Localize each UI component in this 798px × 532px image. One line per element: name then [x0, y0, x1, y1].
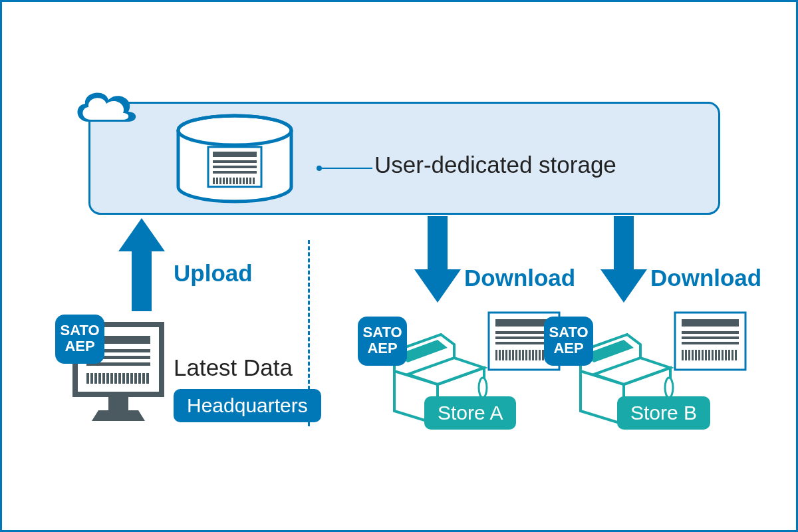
- download-arrow-icon: [414, 216, 461, 303]
- download-label-2: Download: [650, 265, 761, 291]
- svg-rect-63: [535, 350, 537, 360]
- svg-rect-87: [728, 350, 730, 360]
- svg-rect-13: [233, 178, 235, 184]
- svg-point-44: [479, 378, 487, 398]
- headquarters-badge: Headquarters: [174, 389, 321, 422]
- svg-rect-33: [106, 373, 109, 384]
- svg-rect-51: [495, 350, 497, 360]
- leader-line: [316, 165, 376, 172]
- sato-aep-badge: SATOAEP: [55, 315, 104, 364]
- svg-rect-30: [94, 373, 97, 384]
- svg-rect-8: [216, 178, 218, 184]
- svg-rect-89: [735, 350, 737, 360]
- svg-rect-79: [702, 350, 704, 360]
- svg-rect-82: [712, 350, 714, 360]
- svg-rect-78: [698, 350, 700, 360]
- sato-aep-badge: SATOAEP: [544, 317, 593, 366]
- storage-label: User-dedicated storage: [374, 152, 616, 178]
- svg-rect-88: [732, 350, 733, 360]
- sato-aep-badge: SATOAEP: [358, 317, 407, 366]
- svg-rect-36: [118, 373, 121, 384]
- svg-rect-69: [682, 319, 739, 327]
- svg-rect-35: [114, 373, 117, 384]
- svg-rect-39: [130, 373, 133, 384]
- svg-rect-10: [223, 178, 225, 184]
- svg-rect-34: [110, 373, 113, 384]
- svg-rect-3: [213, 152, 257, 157]
- svg-rect-28: [86, 373, 89, 384]
- svg-rect-41: [138, 373, 141, 384]
- svg-rect-9: [219, 178, 221, 184]
- svg-rect-5: [213, 166, 257, 168]
- svg-rect-85: [722, 350, 724, 360]
- database-cylinder-icon: [175, 114, 295, 207]
- svg-rect-62: [532, 350, 534, 360]
- upload-arrow-icon: [118, 218, 165, 311]
- diagram-container: User-dedicated storage Upload Download D…: [0, 0, 798, 532]
- svg-rect-57: [515, 350, 517, 360]
- svg-rect-19: [253, 178, 255, 184]
- svg-rect-81: [708, 350, 710, 360]
- svg-rect-59: [522, 350, 524, 360]
- svg-rect-56: [512, 350, 514, 360]
- cloud-icon: [68, 85, 142, 135]
- store-a-badge: Store A: [424, 396, 516, 430]
- svg-rect-72: [682, 342, 739, 344]
- latest-data-label: Latest Data: [174, 354, 293, 381]
- svg-rect-55: [509, 350, 511, 360]
- svg-rect-7: [213, 178, 215, 184]
- svg-rect-61: [529, 350, 531, 360]
- svg-rect-75: [688, 350, 690, 360]
- download-label-1: Download: [464, 265, 575, 291]
- svg-rect-23: [108, 396, 128, 410]
- svg-rect-58: [519, 350, 521, 360]
- download-arrow-icon: [600, 216, 647, 303]
- svg-rect-16: [243, 178, 245, 184]
- svg-rect-32: [102, 373, 105, 384]
- svg-rect-52: [499, 350, 501, 360]
- store-b-badge: Store B: [617, 396, 710, 430]
- svg-rect-71: [682, 336, 739, 339]
- svg-rect-76: [692, 350, 694, 360]
- svg-rect-6: [213, 171, 257, 174]
- svg-rect-42: [142, 373, 145, 384]
- svg-rect-29: [90, 373, 93, 384]
- svg-rect-4: [213, 160, 257, 163]
- svg-rect-53: [502, 350, 504, 360]
- svg-rect-60: [525, 350, 527, 360]
- svg-rect-77: [695, 350, 697, 360]
- svg-rect-14: [236, 178, 238, 184]
- svg-point-45: [665, 378, 673, 398]
- svg-rect-31: [98, 373, 101, 384]
- svg-rect-64: [539, 350, 541, 360]
- label-card-icon: [674, 311, 747, 371]
- svg-rect-74: [685, 350, 687, 360]
- svg-rect-70: [682, 331, 739, 334]
- svg-rect-17: [246, 178, 248, 184]
- svg-rect-40: [134, 373, 137, 384]
- svg-rect-18: [249, 178, 251, 184]
- svg-rect-15: [239, 178, 241, 184]
- upload-label: Upload: [174, 260, 253, 287]
- svg-rect-54: [505, 350, 507, 360]
- svg-rect-12: [229, 178, 231, 184]
- svg-rect-37: [122, 373, 125, 384]
- svg-rect-73: [682, 350, 684, 360]
- svg-rect-83: [715, 350, 717, 360]
- svg-rect-11: [226, 178, 228, 184]
- svg-rect-80: [705, 350, 707, 360]
- svg-rect-86: [725, 350, 727, 360]
- svg-rect-84: [718, 350, 720, 360]
- svg-rect-43: [146, 373, 149, 384]
- svg-rect-38: [126, 373, 129, 384]
